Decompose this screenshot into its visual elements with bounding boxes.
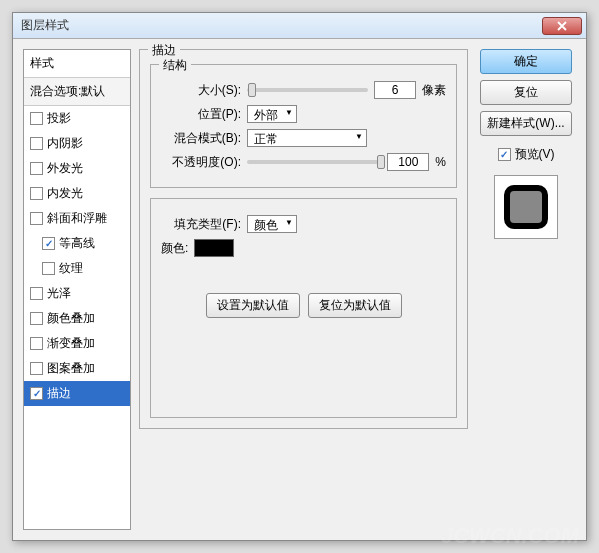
opacity-slider[interactable] xyxy=(247,160,381,164)
style-checkbox[interactable] xyxy=(30,162,43,175)
set-default-button[interactable]: 设置为默认值 xyxy=(206,293,300,318)
style-item[interactable]: 投影 xyxy=(24,106,130,131)
style-label: 图案叠加 xyxy=(47,360,95,377)
color-row: 颜色: xyxy=(161,239,446,257)
structure-label: 结构 xyxy=(159,57,191,74)
dialog-title: 图层样式 xyxy=(21,17,542,34)
style-checkbox[interactable] xyxy=(30,337,43,350)
reset-button[interactable]: 复位 xyxy=(480,80,572,105)
layer-style-dialog: 图层样式 样式 混合选项:默认 投影内阴影外发光内发光斜面和浮雕等高线纹理光泽颜… xyxy=(12,12,587,541)
style-item[interactable]: 纹理 xyxy=(24,256,130,281)
size-label: 大小(S): xyxy=(161,82,241,99)
preview-box xyxy=(494,175,558,239)
ok-button[interactable]: 确定 xyxy=(480,49,572,74)
position-row: 位置(P): 外部 xyxy=(161,105,446,123)
size-input[interactable] xyxy=(374,81,416,99)
preview-checkbox[interactable] xyxy=(498,148,511,161)
style-list: 投影内阴影外发光内发光斜面和浮雕等高线纹理光泽颜色叠加渐变叠加图案叠加描边 xyxy=(24,106,130,406)
opacity-unit: % xyxy=(435,155,446,169)
size-slider[interactable] xyxy=(247,88,368,92)
size-slider-thumb[interactable] xyxy=(248,83,256,97)
opacity-input[interactable] xyxy=(387,153,429,171)
style-checkbox[interactable] xyxy=(30,312,43,325)
style-label: 内阴影 xyxy=(47,135,83,152)
style-label: 描边 xyxy=(47,385,71,402)
opacity-label: 不透明度(O): xyxy=(161,154,241,171)
style-label: 斜面和浮雕 xyxy=(47,210,107,227)
preview-shape xyxy=(504,185,548,229)
preview-label: 预览(V) xyxy=(515,146,555,163)
style-label: 等高线 xyxy=(59,235,95,252)
styles-header[interactable]: 样式 xyxy=(24,50,130,78)
blend-select[interactable]: 正常 xyxy=(247,129,367,147)
style-item[interactable]: 斜面和浮雕 xyxy=(24,206,130,231)
style-item[interactable]: 内发光 xyxy=(24,181,130,206)
blend-options-header[interactable]: 混合选项:默认 xyxy=(24,78,130,106)
style-checkbox[interactable] xyxy=(42,262,55,275)
style-checkbox[interactable] xyxy=(30,362,43,375)
style-label: 光泽 xyxy=(47,285,71,302)
style-item[interactable]: 外发光 xyxy=(24,156,130,181)
opacity-slider-thumb[interactable] xyxy=(377,155,385,169)
styles-list-panel: 样式 混合选项:默认 投影内阴影外发光内发光斜面和浮雕等高线纹理光泽颜色叠加渐变… xyxy=(23,49,131,530)
titlebar[interactable]: 图层样式 xyxy=(13,13,586,39)
fill-type-row: 填充类型(F): 颜色 xyxy=(161,215,446,233)
fill-group: 填充类型(F): 颜色 颜色: 设置为默认值 复位为默认值 xyxy=(150,198,457,418)
close-icon xyxy=(557,21,567,31)
close-button[interactable] xyxy=(542,17,582,35)
stroke-group: 描边 结构 大小(S): 像素 位置(P): 外部 混合模式(B): xyxy=(139,49,468,429)
default-buttons: 设置为默认值 复位为默认值 xyxy=(161,293,446,318)
style-item[interactable]: 内阴影 xyxy=(24,131,130,156)
reset-default-button[interactable]: 复位为默认值 xyxy=(308,293,402,318)
settings-panel: 描边 结构 大小(S): 像素 位置(P): 外部 混合模式(B): xyxy=(139,49,468,530)
style-item[interactable]: 渐变叠加 xyxy=(24,331,130,356)
style-label: 纹理 xyxy=(59,260,83,277)
style-checkbox[interactable] xyxy=(30,387,43,400)
color-swatch[interactable] xyxy=(194,239,234,257)
opacity-row: 不透明度(O): % xyxy=(161,153,446,171)
style-checkbox[interactable] xyxy=(30,137,43,150)
style-label: 外发光 xyxy=(47,160,83,177)
style-item[interactable]: 颜色叠加 xyxy=(24,306,130,331)
style-checkbox[interactable] xyxy=(30,187,43,200)
structure-group: 结构 大小(S): 像素 位置(P): 外部 混合模式(B): 正常 xyxy=(150,64,457,188)
fill-type-label: 填充类型(F): xyxy=(161,216,241,233)
style-item[interactable]: 描边 xyxy=(24,381,130,406)
style-item[interactable]: 光泽 xyxy=(24,281,130,306)
action-panel: 确定 复位 新建样式(W)... 预览(V) xyxy=(476,49,576,530)
style-label: 投影 xyxy=(47,110,71,127)
style-checkbox[interactable] xyxy=(30,112,43,125)
blend-label: 混合模式(B): xyxy=(161,130,241,147)
style-label: 内发光 xyxy=(47,185,83,202)
new-style-button[interactable]: 新建样式(W)... xyxy=(480,111,572,136)
style-label: 渐变叠加 xyxy=(47,335,95,352)
fill-type-select[interactable]: 颜色 xyxy=(247,215,297,233)
position-select[interactable]: 外部 xyxy=(247,105,297,123)
size-unit: 像素 xyxy=(422,82,446,99)
style-checkbox[interactable] xyxy=(42,237,55,250)
size-row: 大小(S): 像素 xyxy=(161,81,446,99)
style-checkbox[interactable] xyxy=(30,287,43,300)
style-item[interactable]: 等高线 xyxy=(24,231,130,256)
color-label: 颜色: xyxy=(161,240,188,257)
dialog-body: 样式 混合选项:默认 投影内阴影外发光内发光斜面和浮雕等高线纹理光泽颜色叠加渐变… xyxy=(13,39,586,540)
style-item[interactable]: 图案叠加 xyxy=(24,356,130,381)
style-checkbox[interactable] xyxy=(30,212,43,225)
style-label: 颜色叠加 xyxy=(47,310,95,327)
blend-row: 混合模式(B): 正常 xyxy=(161,129,446,147)
preview-toggle[interactable]: 预览(V) xyxy=(498,146,555,163)
position-label: 位置(P): xyxy=(161,106,241,123)
